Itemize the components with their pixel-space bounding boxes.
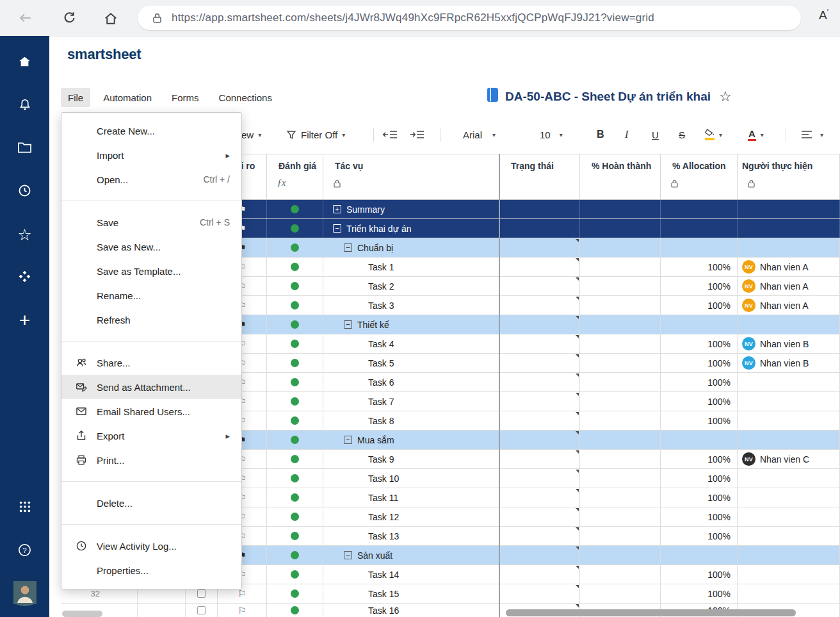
rating-cell[interactable]: [267, 354, 323, 372]
rating-cell[interactable]: [267, 219, 323, 238]
rating-cell[interactable]: [267, 334, 323, 353]
rating-cell[interactable]: [267, 565, 323, 584]
percent-complete-cell[interactable]: [580, 354, 661, 372]
allocation-cell[interactable]: 100%: [661, 392, 738, 411]
assignee-cell[interactable]: [738, 431, 840, 449]
browser-home-button[interactable]: [101, 8, 120, 28]
collapse-toggle[interactable]: −: [344, 320, 352, 329]
sidebar-create-button[interactable]: +: [11, 306, 39, 334]
task-cell[interactable]: −Mua sắm: [323, 431, 499, 449]
status-cell[interactable]: [499, 488, 580, 507]
assignee-cell[interactable]: [738, 565, 840, 584]
font-family-selector[interactable]: Arial▾: [463, 125, 496, 144]
risk-flag-icon[interactable]: ⚐: [238, 589, 246, 598]
underline-button[interactable]: U: [652, 125, 659, 144]
file-menu-item-import[interactable]: Import▸: [61, 143, 241, 167]
status-cell[interactable]: [499, 507, 580, 526]
assignee-cell[interactable]: [738, 488, 840, 507]
menu-automation[interactable]: Automation: [96, 88, 159, 107]
file-menu-item-save-as-new[interactable]: Save as New...: [61, 234, 241, 259]
collapse-toggle[interactable]: −: [344, 551, 352, 559]
task-cell[interactable]: −Triển khai dự án: [323, 219, 499, 238]
sidebar-solutions-button[interactable]: [11, 263, 39, 292]
assignee-cell[interactable]: [738, 238, 840, 257]
fill-color-button[interactable]: ▾: [704, 125, 722, 144]
font-size-selector[interactable]: 10▾: [540, 125, 563, 144]
task-cell[interactable]: Task 14: [323, 565, 499, 584]
rating-cell[interactable]: [267, 296, 323, 315]
percent-complete-cell[interactable]: [580, 373, 661, 391]
status-cell[interactable]: [499, 584, 580, 603]
task-cell[interactable]: Task 6: [323, 373, 499, 391]
status-cell[interactable]: [499, 392, 580, 411]
allocation-cell[interactable]: 100%: [661, 354, 738, 372]
allocation-cell[interactable]: 100%: [661, 277, 738, 295]
font-color-button[interactable]: A ▾: [748, 125, 764, 144]
file-menu-item-save[interactable]: SaveCtrl + S: [61, 210, 241, 234]
task-cell[interactable]: Task 3: [323, 296, 499, 315]
strikethrough-button[interactable]: S: [679, 125, 685, 144]
column-header-nguoi-thuc-hien[interactable]: Người thực hiện: [738, 154, 840, 199]
italic-button[interactable]: I: [625, 125, 628, 144]
assignee-cell[interactable]: NVNhan vien C: [738, 450, 840, 468]
status-cell[interactable]: [499, 277, 580, 295]
rating-cell[interactable]: [267, 411, 323, 430]
collapse-toggle[interactable]: −: [344, 436, 352, 444]
assignee-cell[interactable]: NVNhan vien A: [738, 296, 840, 315]
allocation-cell[interactable]: 100%: [661, 334, 738, 353]
percent-complete-cell[interactable]: [580, 219, 661, 238]
file-menu-item-export[interactable]: Export▸: [61, 424, 241, 448]
allocation-cell[interactable]: 100%: [661, 258, 738, 276]
sidebar-help-button[interactable]: ?: [11, 537, 39, 565]
view-selector[interactable]: ew▾: [241, 125, 261, 144]
task-cell[interactable]: Task 2: [323, 277, 499, 295]
horizontal-scrollbar-thumb[interactable]: [506, 609, 796, 616]
sidebar-favorites-button[interactable]: ☆: [11, 220, 39, 249]
left-pane-scrollbar-thumb[interactable]: [62, 611, 102, 617]
column-header-anh-gia[interactable]: Đánh giáƒx: [267, 154, 323, 199]
assignee-cell[interactable]: [738, 373, 840, 391]
column-header-hoan-thanh[interactable]: % Hoàn thành: [580, 154, 661, 199]
status-cell[interactable]: [499, 354, 580, 372]
read-aloud-button[interactable]: A′: [819, 8, 828, 28]
indent-button[interactable]: [409, 125, 424, 144]
status-cell[interactable]: [499, 527, 580, 545]
percent-complete-cell[interactable]: [580, 258, 661, 276]
percent-complete-cell[interactable]: [580, 296, 661, 315]
status-cell[interactable]: [499, 200, 580, 218]
file-menu-item-print[interactable]: Print...: [61, 448, 241, 472]
risk-flag-icon[interactable]: ⚐: [238, 605, 246, 615]
rating-cell[interactable]: [267, 258, 323, 276]
rating-cell[interactable]: [267, 546, 323, 564]
allocation-cell[interactable]: 100%: [661, 565, 738, 584]
menu-forms[interactable]: Forms: [165, 88, 206, 107]
percent-complete-cell[interactable]: [580, 315, 661, 334]
file-menu-item-rename[interactable]: Rename...: [61, 283, 241, 308]
risk-cell[interactable]: ⚐: [218, 604, 267, 617]
sidebar-notifications-button[interactable]: [11, 92, 39, 120]
rating-cell[interactable]: [267, 392, 323, 411]
allocation-cell[interactable]: 100%: [661, 584, 738, 603]
bold-button[interactable]: B: [597, 125, 604, 144]
status-cell[interactable]: [499, 219, 580, 238]
percent-complete-cell[interactable]: [580, 411, 661, 430]
address-bar[interactable]: https://app.smartsheet.com/sheets/j4JWr8…: [138, 6, 801, 30]
assignee-cell[interactable]: NVNhan vien A: [738, 277, 840, 295]
rating-cell[interactable]: [267, 238, 323, 257]
status-cell[interactable]: [499, 450, 580, 468]
filter-button[interactable]: Filter Off▾: [286, 125, 345, 144]
allocation-cell[interactable]: [661, 315, 738, 334]
task-cell[interactable]: Task 4: [323, 334, 499, 353]
file-menu-item-send-as-attachment[interactable]: Send as Attachment...: [61, 375, 241, 399]
collapse-toggle[interactable]: −: [344, 243, 352, 252]
status-cell[interactable]: [499, 546, 580, 564]
sidebar-apps-button[interactable]: [11, 494, 39, 522]
percent-complete-cell[interactable]: [580, 277, 661, 295]
allocation-cell[interactable]: [661, 219, 738, 238]
percent-complete-cell[interactable]: [580, 546, 661, 564]
task-cell[interactable]: Task 15: [323, 584, 499, 603]
sidebar-browse-button[interactable]: [11, 135, 39, 163]
column-header-trang-thai[interactable]: Trạng thái: [499, 154, 580, 199]
allocation-cell[interactable]: [661, 431, 738, 449]
task-cell[interactable]: −Chuẩn bị: [323, 238, 499, 257]
